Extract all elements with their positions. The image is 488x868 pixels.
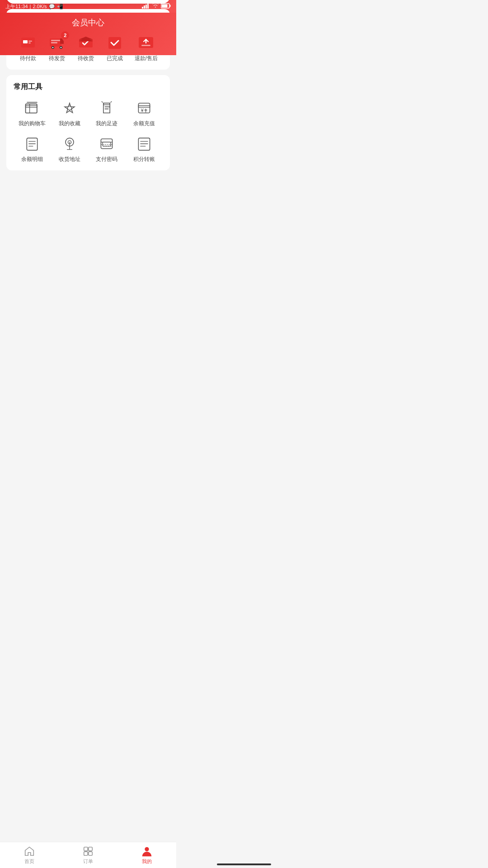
order-pending-payment[interactable]: 待付款 (19, 33, 38, 62)
tool-payment-pwd[interactable]: * * * * 支付密码 (88, 135, 126, 163)
cart-label: 我的购物车 (19, 120, 46, 127)
address-icon (61, 135, 79, 153)
status-network: | (30, 4, 31, 9)
completed-icon-wrap (105, 33, 124, 52)
pending-ship-icon-wrap: 2 (47, 33, 66, 52)
svg-rect-25 (26, 106, 37, 108)
order-pending-receive[interactable]: 待收货 (76, 33, 95, 62)
cart-icon (23, 99, 41, 117)
address-label: 收货地址 (59, 156, 80, 163)
order-pending-ship[interactable]: 2 待发货 (47, 33, 66, 62)
svg-rect-9 (23, 40, 28, 43)
tools-title: 常用工具 (14, 82, 42, 92)
svg-rect-20 (79, 39, 93, 42)
order-icons-row: 待付款 2 待发货 (14, 33, 163, 62)
svg-rect-31 (27, 138, 38, 150)
tools-grid: 我的购物车 我的收藏 (14, 99, 163, 163)
tool-balance-detail[interactable]: 余额明细 (14, 135, 51, 163)
tool-points-transfer[interactable]: 积分转账 (126, 135, 163, 163)
profile-card: 158****6931 (ID:169) V 金卡 8000.00 余额 520… (6, 0, 170, 4)
payment-pwd-icon: * * * * (98, 135, 116, 153)
svg-rect-14 (51, 42, 57, 43)
pending-payment-icon-wrap (19, 33, 38, 52)
page-title: 会员中心 (72, 18, 104, 27)
svg-rect-21 (108, 37, 121, 49)
tool-footprint[interactable]: 我的足迹 (88, 99, 126, 127)
status-speed: 2.0K/s (33, 4, 47, 9)
alipay-icon: 📲 (57, 4, 63, 9)
svg-rect-6 (170, 5, 171, 7)
tools-section: 常用工具 我的购物车 我的收藏 (6, 75, 170, 170)
svg-text:¥: ¥ (141, 108, 144, 113)
completed-label: 已完成 (107, 55, 123, 62)
svg-rect-42 (138, 138, 150, 150)
svg-rect-10 (28, 41, 32, 42)
order-refund[interactable]: 退款/售后 (135, 33, 158, 62)
pending-payment-label: 待付款 (20, 55, 36, 62)
svg-point-18 (61, 47, 62, 48)
wifi-icon (152, 3, 159, 9)
balance-detail-label: 余额明细 (21, 156, 43, 163)
svg-rect-2 (145, 5, 147, 9)
battery-icon (161, 3, 171, 9)
footprint-icon (98, 99, 116, 117)
points-transfer-label: 积分转账 (133, 156, 155, 163)
tools-header: 常用工具 (14, 82, 163, 92)
svg-rect-11 (28, 42, 31, 43)
favorites-icon (61, 99, 79, 117)
pending-receive-icon-wrap (76, 33, 95, 52)
svg-rect-3 (147, 4, 149, 9)
status-right (142, 3, 171, 9)
svg-rect-23 (141, 45, 150, 46)
balance-detail-icon (23, 135, 41, 153)
refund-label: 退款/售后 (135, 55, 158, 62)
wechat-icon: 💬 (49, 4, 55, 9)
svg-rect-5 (162, 5, 168, 8)
status-time: 上午11:34 (5, 3, 28, 10)
svg-rect-29 (138, 106, 150, 108)
svg-text:* * * *: * * * * (103, 145, 112, 149)
refund-icon-wrap (136, 33, 155, 52)
tool-address[interactable]: 收货地址 (51, 135, 89, 163)
svg-rect-1 (144, 5, 145, 9)
svg-point-27 (67, 106, 71, 110)
order-completed[interactable]: 已完成 (105, 33, 124, 62)
svg-point-16 (52, 47, 54, 48)
svg-rect-28 (138, 103, 150, 113)
points-transfer-icon (135, 135, 153, 153)
payment-pwd-label: 支付密码 (96, 156, 117, 163)
favorites-label: 我的收藏 (59, 120, 80, 127)
tool-topup[interactable]: ¥ 余额充值 (126, 99, 163, 127)
tool-cart[interactable]: 我的购物车 (14, 99, 51, 127)
signal-icon (142, 3, 150, 9)
tool-favorites[interactable]: 我的收藏 (51, 99, 89, 127)
status-left: 上午11:34 | 2.0K/s 💬 📲 (5, 3, 63, 10)
topup-label: 余额充值 (133, 120, 155, 127)
svg-rect-13 (51, 40, 60, 41)
pending-receive-label: 待收货 (78, 55, 94, 62)
topup-icon: ¥ (135, 99, 153, 117)
pending-ship-label: 待发货 (49, 55, 65, 62)
svg-rect-0 (142, 7, 143, 9)
footprint-label: 我的足迹 (96, 120, 117, 127)
